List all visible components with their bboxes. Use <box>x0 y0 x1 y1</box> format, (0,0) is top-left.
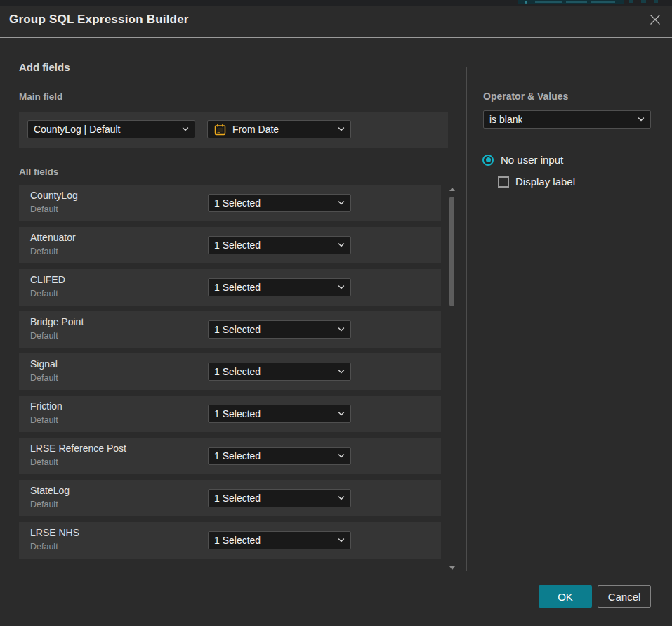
field-name: Signal <box>30 358 58 370</box>
operator-values-label: Operator & Values <box>483 91 568 102</box>
chevron-down-icon <box>182 126 189 132</box>
field-name: StateLog <box>30 485 70 496</box>
field-selected-dropdown[interactable]: 1 Selected <box>208 278 351 296</box>
display-label-label: Display label <box>515 176 575 188</box>
close-button[interactable] <box>645 10 665 30</box>
field-selected-dropdown[interactable]: 1 Selected <box>208 320 351 339</box>
field-selected-dropdown[interactable]: 1 Selected <box>208 531 351 549</box>
background-dot-icon <box>525 1 527 4</box>
chevron-down-icon <box>338 411 345 417</box>
group-sql-expression-builder-dialog: Group SQL Expression Builder Add fields … <box>0 6 672 626</box>
field-row: CountyLogDefault1 Selected <box>19 185 441 221</box>
field-layer-sublabel: Default <box>30 457 58 467</box>
field-name: CountyLog <box>30 190 78 201</box>
background-text-fragment <box>535 1 562 3</box>
chevron-down-icon <box>338 242 345 248</box>
field-row: FrictionDefault1 Selected <box>19 396 441 432</box>
chevron-down-icon <box>338 537 345 543</box>
field-name: Attenuator <box>30 232 76 243</box>
field-row: Bridge PointDefault1 Selected <box>19 311 441 348</box>
field-selected-value: 1 Selected <box>209 366 261 377</box>
field-layer-sublabel: Default <box>30 500 58 509</box>
field-layer-sublabel: Default <box>30 204 58 214</box>
fields-list-scrollbar[interactable] <box>448 181 456 575</box>
field-selected-value: 1 Selected <box>209 408 261 419</box>
field-selected-dropdown[interactable]: 1 Selected <box>208 447 351 465</box>
field-selected-dropdown[interactable]: 1 Selected <box>208 363 351 381</box>
field-row: SignalDefault1 Selected <box>19 353 441 390</box>
main-field-select-value: CountyLog | Default <box>28 124 121 135</box>
field-layer-sublabel: Default <box>30 289 58 299</box>
add-fields-heading: Add fields <box>19 61 70 73</box>
radio-icon <box>482 155 494 166</box>
title-divider <box>0 37 672 38</box>
field-name: CLIFED <box>30 274 65 285</box>
field-selected-value: 1 Selected <box>209 197 261 209</box>
main-field-label: Main field <box>19 91 62 102</box>
operator-select-value: is blank <box>484 114 522 125</box>
field-layer-sublabel: Default <box>30 247 58 256</box>
field-layer-sublabel: Default <box>30 373 58 383</box>
field-selected-value: 1 Selected <box>209 324 261 335</box>
field-selected-dropdown[interactable]: 1 Selected <box>208 489 351 507</box>
main-field-date-select[interactable]: From Date <box>207 120 351 138</box>
checkbox-icon <box>498 176 509 188</box>
field-row: CLIFEDDefault1 Selected <box>19 269 441 306</box>
field-row: LRSE NHSDefault1 Selected <box>19 522 441 559</box>
cancel-button[interactable]: Cancel <box>598 585 651 608</box>
main-field-select[interactable]: CountyLog | Default <box>27 120 195 138</box>
background-icon-fragment <box>654 0 658 3</box>
main-field-date-select-value: From Date <box>226 124 279 135</box>
scrollbar-thumb[interactable] <box>449 197 454 306</box>
field-selected-value: 1 Selected <box>209 450 261 462</box>
background-text-fragment <box>566 1 587 3</box>
operator-select[interactable]: is blank <box>483 110 651 129</box>
display-label-checkbox[interactable]: Display label <box>498 176 575 188</box>
chevron-down-icon <box>638 117 645 122</box>
field-name: LRSE Reference Post <box>30 443 126 454</box>
ok-button-label: OK <box>558 591 573 603</box>
ok-button[interactable]: OK <box>539 585 592 608</box>
radio-dot <box>486 157 491 162</box>
background-text-fragment <box>591 1 615 3</box>
panel-divider <box>466 67 467 571</box>
field-selected-value: 1 Selected <box>209 493 261 504</box>
field-name: Bridge Point <box>30 316 84 327</box>
field-layer-sublabel: Default <box>30 331 58 341</box>
chevron-down-icon <box>338 285 345 290</box>
no-user-input-label: No user input <box>501 154 563 166</box>
chevron-down-icon <box>338 495 345 501</box>
field-row: LRSE Reference PostDefault1 Selected <box>19 438 441 474</box>
field-selected-value: 1 Selected <box>209 282 261 293</box>
field-selected-dropdown[interactable]: 1 Selected <box>208 236 351 254</box>
field-layer-sublabel: Default <box>30 542 58 552</box>
all-fields-list: CountyLogDefault1 SelectedAttenuatorDefa… <box>19 185 441 571</box>
field-layer-sublabel: Default <box>30 415 58 425</box>
field-selected-value: 1 Selected <box>209 240 261 251</box>
scrollbar-down-arrow-icon[interactable] <box>449 566 455 570</box>
background-app-strip <box>0 0 672 6</box>
field-name: Friction <box>30 400 62 412</box>
scrollbar-up-arrow-icon[interactable] <box>449 188 455 191</box>
all-fields-label: All fields <box>19 167 58 177</box>
chevron-down-icon <box>338 200 345 206</box>
close-icon <box>650 14 661 25</box>
calendar-icon <box>214 124 226 136</box>
chevron-down-icon <box>338 126 345 132</box>
chevron-down-icon <box>338 453 345 459</box>
field-selected-value: 1 Selected <box>209 535 261 546</box>
field-selected-dropdown[interactable]: 1 Selected <box>208 405 351 423</box>
background-toolbar-fragment <box>518 0 624 4</box>
main-field-strip: CountyLog | Default From Date <box>19 112 448 148</box>
background-icon-fragment <box>629 0 633 3</box>
cancel-button-label: Cancel <box>608 591 641 603</box>
no-user-input-radio[interactable]: No user input <box>482 154 563 166</box>
field-selected-dropdown[interactable]: 1 Selected <box>208 194 351 212</box>
field-row: AttenuatorDefault1 Selected <box>19 227 441 263</box>
field-name: LRSE NHS <box>30 527 79 538</box>
chevron-down-icon <box>338 327 345 332</box>
dialog-title: Group SQL Expression Builder <box>9 13 189 27</box>
background-icon-fragment <box>641 0 646 3</box>
chevron-down-icon <box>338 369 345 374</box>
field-row: StateLogDefault1 Selected <box>19 480 441 516</box>
